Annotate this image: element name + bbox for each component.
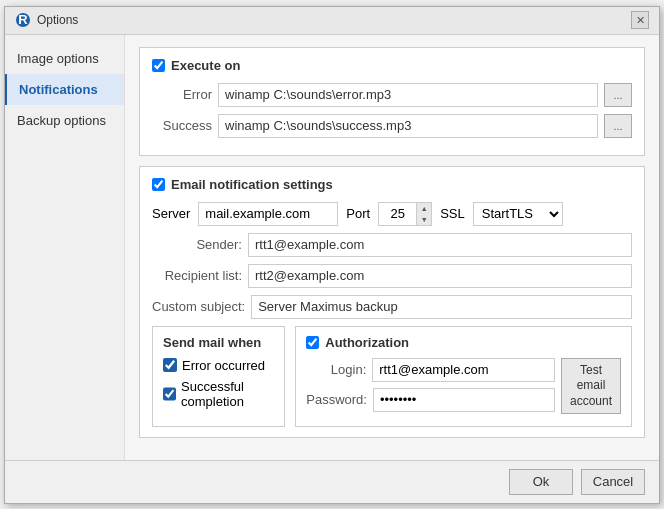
port-wrapper: ▲ ▼ (378, 202, 432, 226)
sidebar: Image options Notifications Backup optio… (5, 35, 125, 460)
close-button[interactable]: ✕ (631, 11, 649, 29)
port-spinner: ▲ ▼ (416, 202, 432, 226)
svg-text:R: R (18, 12, 28, 27)
error-row: Error ... (152, 83, 632, 107)
title-bar-left: R Options (15, 12, 78, 28)
auth-box: Authorization Login: Password: (295, 326, 632, 427)
dialog-title: Options (37, 13, 78, 27)
auth-checkbox[interactable] (306, 336, 319, 349)
login-row: Login: (306, 358, 555, 382)
test-email-button[interactable]: Test email account (561, 358, 621, 415)
send-mail-box: Send mail when Error occurred Successful… (152, 326, 285, 427)
login-input[interactable] (372, 358, 555, 382)
title-bar: R Options ✕ (5, 7, 659, 35)
execute-on-checkbox[interactable] (152, 59, 165, 72)
password-input[interactable] (373, 388, 555, 412)
auth-header: Authorization (306, 335, 621, 350)
recipient-input[interactable] (248, 264, 632, 288)
error-browse-button[interactable]: ... (604, 83, 632, 107)
successful-completion-row: Successful completion (163, 379, 274, 409)
password-label: Password: (306, 392, 367, 407)
sidebar-item-image-options[interactable]: Image options (5, 43, 124, 74)
subject-label: Custom subject: (152, 299, 245, 314)
execute-on-section: Execute on Error ... Success ... (139, 47, 645, 156)
port-label: Port (346, 206, 370, 221)
options-dialog: R Options ✕ Image options Notifications … (4, 6, 660, 504)
server-input[interactable] (198, 202, 338, 226)
port-spin-down[interactable]: ▼ (417, 214, 431, 225)
dialog-footer: Ok Cancel (5, 460, 659, 503)
error-input[interactable] (218, 83, 598, 107)
bottom-section: Send mail when Error occurred Successful… (152, 326, 632, 427)
sidebar-item-backup-options[interactable]: Backup options (5, 105, 124, 136)
dialog-body: Image options Notifications Backup optio… (5, 35, 659, 460)
server-row: Server Port ▲ ▼ SSL None SSL Star (152, 202, 632, 226)
error-occurred-row: Error occurred (163, 358, 274, 373)
recipient-label: Recipient list: (152, 268, 242, 283)
ssl-select[interactable]: None SSL StartTLS (473, 202, 563, 226)
sender-input[interactable] (248, 233, 632, 257)
successful-completion-checkbox[interactable] (163, 387, 176, 401)
recipient-row: Recipient list: (152, 264, 632, 288)
password-row: Password: (306, 388, 555, 412)
email-settings-section: Email notification settings Server Port … (139, 166, 645, 438)
error-label: Error (152, 87, 212, 102)
subject-row: Custom subject: (152, 295, 632, 319)
ssl-label: SSL (440, 206, 465, 221)
cancel-button[interactable]: Cancel (581, 469, 645, 495)
execute-on-header: Execute on (152, 58, 632, 73)
port-spin-up[interactable]: ▲ (417, 203, 431, 214)
success-input[interactable] (218, 114, 598, 138)
port-input[interactable] (378, 202, 416, 226)
login-label: Login: (306, 362, 366, 377)
sender-row: Sender: (152, 233, 632, 257)
main-content: Execute on Error ... Success ... Email n… (125, 35, 659, 460)
email-settings-checkbox[interactable] (152, 178, 165, 191)
successful-completion-label: Successful completion (181, 379, 274, 409)
send-mail-header: Send mail when (163, 335, 274, 350)
sidebar-item-notifications[interactable]: Notifications (5, 74, 124, 105)
auth-fields: Login: Password: (306, 358, 555, 418)
app-icon: R (15, 12, 31, 28)
success-row: Success ... (152, 114, 632, 138)
error-occurred-checkbox[interactable] (163, 358, 177, 372)
server-label: Server (152, 206, 190, 221)
sender-label: Sender: (152, 237, 242, 252)
success-label: Success (152, 118, 212, 133)
success-browse-button[interactable]: ... (604, 114, 632, 138)
ok-button[interactable]: Ok (509, 469, 573, 495)
error-occurred-label: Error occurred (182, 358, 265, 373)
subject-input[interactable] (251, 295, 632, 319)
email-settings-header: Email notification settings (152, 177, 632, 192)
